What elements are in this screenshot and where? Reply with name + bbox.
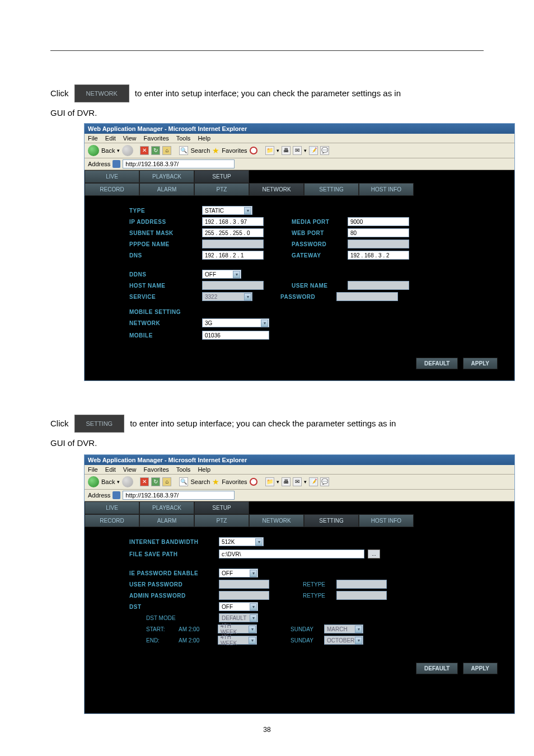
forward-icon2[interactable] (122, 476, 133, 487)
address-input[interactable]: http://192.168.3.97/ (123, 159, 235, 168)
home-icon2[interactable]: ⌂ (162, 477, 171, 486)
back-label2[interactable]: Back (101, 478, 115, 485)
print-icon2[interactable]: 🖶 (282, 477, 291, 486)
subtab-network[interactable]: NETWORK (249, 183, 304, 196)
menu-help2[interactable]: Help (198, 466, 210, 473)
menu-edit2[interactable]: Edit (105, 466, 116, 473)
mail-icon[interactable]: ✉ (293, 146, 302, 155)
edit-icon[interactable]: 📝 (309, 146, 318, 155)
favorites-icon2[interactable]: ★ (212, 477, 219, 486)
mobile-network-select[interactable]: 3G▾ (202, 318, 269, 327)
folder-icon2[interactable]: 📁 (265, 477, 274, 486)
menu-edit[interactable]: Edit (105, 135, 116, 142)
refresh-icon[interactable]: ↻ (151, 146, 160, 155)
chevron-down-icon: ▾ (355, 637, 362, 644)
stop-icon[interactable]: ✕ (140, 146, 149, 155)
subtab-alarm[interactable]: ALARM (139, 183, 194, 196)
mail-icon2[interactable]: ✉ (293, 477, 302, 486)
subtab-record2[interactable]: RECORD (85, 514, 139, 527)
tab-live2[interactable]: LIVE (85, 501, 139, 514)
menu-help[interactable]: Help (198, 135, 210, 142)
favorites-icon[interactable]: ★ (212, 146, 219, 155)
chevron-down-icon[interactable]: ▾ (244, 207, 251, 214)
back-icon2[interactable] (88, 476, 99, 487)
search-icon2[interactable]: 🔍 (179, 477, 188, 486)
filesave-input[interactable]: c:\DVR\ (219, 550, 364, 558)
discuss-icon2[interactable]: 💬 (320, 477, 329, 486)
subtab-ptz[interactable]: PTZ (194, 183, 249, 196)
chevron-down-icon[interactable]: ▾ (250, 570, 257, 577)
mobile-input[interactable]: 01036 (202, 331, 269, 340)
discuss-icon[interactable]: 💬 (320, 146, 329, 155)
back-chevron-icon[interactable]: ▾ (117, 148, 120, 153)
ddns-select[interactable]: OFF▾ (202, 270, 241, 279)
chevron-down-icon[interactable]: ▾ (255, 538, 263, 546)
subtab-alarm2[interactable]: ALARM (139, 514, 194, 527)
chevron-down-icon[interactable]: ▾ (250, 603, 257, 611)
tab-live[interactable]: LIVE (85, 170, 139, 183)
search-label[interactable]: Search (190, 147, 210, 154)
menu-favorites2[interactable]: Favorites (144, 466, 169, 473)
search-icon[interactable]: 🔍 (179, 146, 188, 155)
blocked-icon[interactable] (250, 147, 257, 154)
chevron-down-icon[interactable]: ▾ (261, 320, 268, 327)
home-icon[interactable]: ⌂ (162, 146, 171, 155)
subtab-network2[interactable]: NETWORK (249, 514, 304, 527)
menubar: File Edit View Favorites Tools Help (85, 134, 514, 143)
folder-icon[interactable]: 📁 (265, 146, 274, 155)
menu-view[interactable]: View (123, 135, 137, 142)
favorites-label[interactable]: Favorites (222, 147, 247, 154)
stop-icon2[interactable]: ✕ (140, 477, 149, 486)
tab-setup2[interactable]: SETUP (194, 501, 249, 514)
edit-icon2[interactable]: 📝 (309, 477, 318, 486)
tab-setup[interactable]: SETUP (194, 170, 249, 183)
back-label[interactable]: Back (101, 147, 115, 154)
chevron-down-icon[interactable]: ▾ (233, 271, 240, 278)
dst-select[interactable]: OFF▾ (219, 602, 258, 611)
apply-button[interactable]: APPLY (463, 358, 498, 369)
subtab-record[interactable]: RECORD (85, 183, 139, 196)
search-label2[interactable]: Search (190, 478, 210, 485)
retype1-label: RETYPE (303, 581, 336, 588)
menu-tools2[interactable]: Tools (176, 466, 191, 473)
type-select[interactable]: STATIC▾ (202, 206, 252, 215)
tab-playback2[interactable]: PLAYBACK (139, 501, 194, 514)
browser-window-setting: Web Application Manager - Microsoft Inte… (84, 454, 515, 714)
mediaport-input[interactable]: 9000 (348, 217, 409, 226)
address-input2[interactable]: http://192.168.3.97/ (123, 491, 235, 500)
end-time: AM 2:00 (179, 637, 218, 644)
subtab-ptz2[interactable]: PTZ (194, 514, 249, 527)
subnet-input[interactable]: 255 . 255 . 255 . 0 (202, 228, 264, 237)
browse-button[interactable]: ... (368, 550, 380, 558)
back-chevron-icon2[interactable]: ▾ (117, 479, 120, 485)
text-gui2: GUI of DVR. (50, 438, 484, 448)
blocked-icon2[interactable] (250, 478, 257, 486)
forward-icon[interactable] (122, 145, 133, 156)
gateway-input[interactable]: 192 . 168 . 3 . 2 (348, 251, 409, 260)
subtab-hostinfo[interactable]: HOST INFO (359, 183, 414, 196)
default-button2[interactable]: DEFAULT (416, 663, 458, 674)
userpw-input (219, 580, 269, 589)
refresh-icon2[interactable]: ↻ (151, 477, 160, 486)
default-button[interactable]: DEFAULT (416, 358, 458, 369)
filesave-label: FILE SAVE PATH (129, 551, 219, 557)
tab-playback[interactable]: PLAYBACK (139, 170, 194, 183)
bandwidth-select[interactable]: 512K▾ (219, 537, 264, 546)
print-icon[interactable]: 🖶 (282, 146, 291, 155)
menu-file[interactable]: File (88, 135, 98, 142)
end-label: END: (146, 637, 179, 644)
dns-input[interactable]: 192 . 168 . 2 . 1 (202, 251, 264, 260)
apply-button2[interactable]: APPLY (463, 663, 498, 674)
subtab-hostinfo2[interactable]: HOST INFO (359, 514, 414, 527)
ip-input[interactable]: 192 . 168 . 3 . 97 (202, 217, 264, 226)
subtab-setting2[interactable]: SETTING (304, 514, 359, 527)
menu-tools[interactable]: Tools (176, 135, 191, 142)
webport-input[interactable]: 80 (348, 228, 409, 237)
favorites-label2[interactable]: Favorites (222, 478, 247, 485)
iepw-select[interactable]: OFF▾ (219, 569, 258, 577)
menu-file2[interactable]: File (88, 466, 98, 473)
back-icon[interactable] (88, 145, 99, 156)
subtab-setting[interactable]: SETTING (304, 183, 359, 196)
menu-favorites[interactable]: Favorites (144, 135, 169, 142)
menu-view2[interactable]: View (123, 466, 137, 473)
